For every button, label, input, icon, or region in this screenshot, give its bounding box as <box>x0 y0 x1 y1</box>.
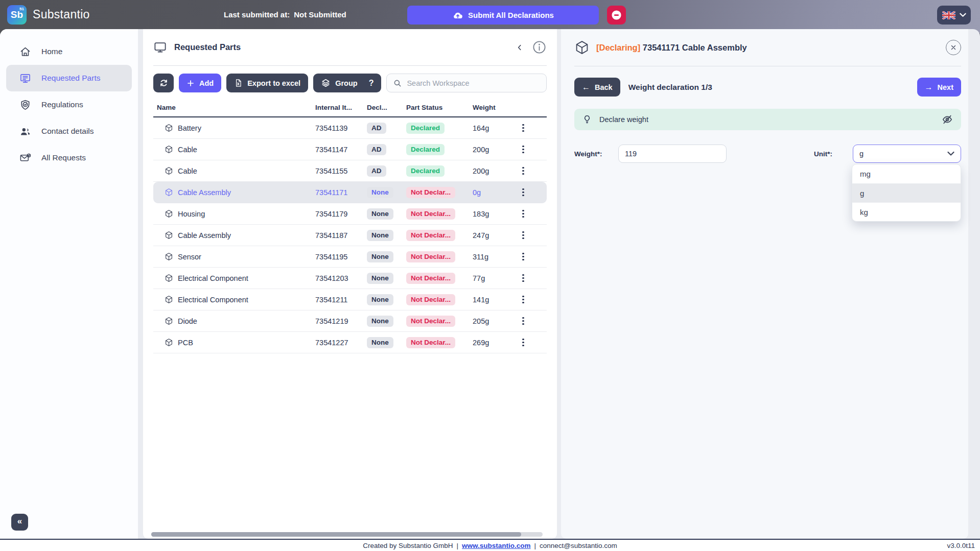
search-workspace-box[interactable] <box>386 74 547 92</box>
cube-icon <box>165 338 173 347</box>
cube-icon <box>165 166 173 175</box>
help-icon[interactable]: ? <box>369 79 374 88</box>
cube-icon <box>165 295 173 304</box>
brand-name: Substantio <box>33 8 90 21</box>
part-status-badge: Not Declar... <box>406 251 455 262</box>
hint-text: Declare weight <box>599 115 648 124</box>
cube-icon <box>165 124 173 132</box>
row-menu-button[interactable] <box>520 167 527 175</box>
part-internal-id: 73541187 <box>312 231 363 239</box>
part-status-badge: Not Declar... <box>406 337 455 348</box>
row-menu-button[interactable] <box>520 231 527 239</box>
sidebar-item-home[interactable]: Home <box>6 38 132 65</box>
group-button[interactable]: Group ? <box>313 74 381 92</box>
sidebar-collapse-button[interactable]: « <box>11 514 28 531</box>
last-submitted-label: Last submitted at: <box>224 10 290 19</box>
last-submitted: Last submitted at: Not Submitted <box>224 0 346 29</box>
part-name: Cable Assembly <box>178 231 231 239</box>
part-status-badge: Not Declar... <box>406 294 455 305</box>
row-menu-button[interactable] <box>520 317 527 325</box>
collapse-panel-button[interactable] <box>516 43 524 52</box>
shield-check-icon <box>19 99 31 111</box>
sidebar-item-label: All Requests <box>41 153 86 162</box>
decl-badge: None <box>367 208 393 220</box>
sidebar-item-regulations[interactable]: Regulations <box>6 91 132 118</box>
close-icon <box>950 44 957 51</box>
table-row[interactable]: Cable Assembly 73541187 None Not Declar.… <box>153 225 547 246</box>
back-button[interactable]: ← Back <box>574 78 620 97</box>
back-label: Back <box>595 83 613 91</box>
search-input[interactable] <box>407 79 540 87</box>
part-name: PCB <box>178 339 193 347</box>
eye-off-icon <box>941 113 953 126</box>
content-area: Home Requested Parts Regulations Contact… <box>0 29 980 539</box>
stop-button[interactable] <box>607 6 626 25</box>
declaration-panel: [Declaring] 73541171 Cable Assembly ← Ba… <box>561 29 968 539</box>
declare-weight-hint: Declare weight <box>574 109 961 130</box>
part-internal-id: 73541171 <box>312 188 363 197</box>
unit-option-mg[interactable]: mg <box>852 164 961 183</box>
decl-badge: None <box>367 273 393 284</box>
scrollbar-thumb[interactable] <box>151 532 521 537</box>
table-row[interactable]: Cable 73541155 AD Declared 200g <box>153 160 547 182</box>
part-internal-id: 73541155 <box>312 167 363 175</box>
part-weight: 205g <box>470 317 514 325</box>
row-menu-button[interactable] <box>520 274 527 282</box>
decl-badge: None <box>367 316 393 327</box>
part-status-badge: Declared <box>406 123 445 134</box>
hide-hint-button[interactable] <box>941 113 953 126</box>
row-menu-button[interactable] <box>520 210 527 218</box>
row-menu-button[interactable] <box>520 339 527 346</box>
submit-all-label: Submit All Declarations <box>468 11 554 19</box>
part-weight: 200g <box>470 167 514 175</box>
part-name: Cable Assembly <box>178 188 231 197</box>
table-row[interactable]: Cable Assembly 73541171 None Not Declar.… <box>153 182 547 203</box>
row-menu-button[interactable] <box>520 296 527 303</box>
row-menu-button[interactable] <box>520 124 527 132</box>
unit-option-g[interactable]: g <box>852 183 961 202</box>
last-submitted-value: Not Submitted <box>294 10 346 19</box>
table-row[interactable]: Diode 73541219 None Not Declar... 205g <box>153 310 547 332</box>
refresh-button[interactable] <box>153 74 174 92</box>
sidebar-item-contact-details[interactable]: Contact details <box>6 118 132 145</box>
column-header-decl[interactable]: Decl... <box>363 104 403 111</box>
next-button[interactable]: → Next <box>917 78 961 97</box>
unit-option-kg[interactable]: kg <box>852 202 961 221</box>
table-row[interactable]: Battery 73541139 AD Declared 164g <box>153 117 547 139</box>
language-selector[interactable] <box>937 6 971 25</box>
decl-badge: None <box>367 337 393 348</box>
row-menu-button[interactable] <box>520 146 527 153</box>
part-status-badge: Declared <box>406 165 445 177</box>
step-title: Weight declaration 1/3 <box>628 83 712 92</box>
sidebar-item-all-requests[interactable]: All Requests <box>6 145 132 171</box>
table-row[interactable]: PCB 73541227 None Not Declar... 269g <box>153 332 547 353</box>
weight-input[interactable] <box>618 145 727 163</box>
weight-label: Weight*: <box>574 150 618 158</box>
row-menu-button[interactable] <box>520 253 527 260</box>
unit-select[interactable]: g <box>853 145 961 163</box>
column-header-name[interactable]: Name <box>153 104 312 111</box>
close-panel-button[interactable] <box>946 40 961 55</box>
part-weight: 141g <box>470 296 514 304</box>
panel-title: Requested Parts <box>174 42 241 52</box>
declaration-title: [Declaring] 73541171 Cable Assembly <box>596 43 747 53</box>
horizontal-scrollbar[interactable] <box>151 532 543 537</box>
column-header-internal[interactable]: Internal It... <box>312 104 363 111</box>
arrow-right-icon: → <box>925 83 933 91</box>
parts-table: Name Internal It... Decl... Part Status … <box>153 99 547 353</box>
table-row[interactable]: Housing 73541179 None Not Declar... 183g <box>153 203 547 225</box>
column-header-status[interactable]: Part Status <box>403 104 470 111</box>
table-row[interactable]: Sensor 73541195 None Not Declar... 311g <box>153 246 547 268</box>
declaring-tag: [Declaring] <box>596 43 640 52</box>
sidebar-item-requested-parts[interactable]: Requested Parts <box>6 65 132 91</box>
info-button[interactable] <box>532 40 547 55</box>
table-row[interactable]: Electrical Component 73541203 None Not D… <box>153 268 547 289</box>
add-button[interactable]: Add <box>179 74 221 92</box>
row-menu-button[interactable] <box>520 188 527 196</box>
column-header-weight[interactable]: Weight <box>470 104 514 111</box>
footer-link[interactable]: www.substantio.com <box>462 542 531 549</box>
export-to-excel-button[interactable]: Export to excel <box>226 74 308 92</box>
submit-all-declarations-button[interactable]: Submit All Declarations <box>407 6 599 25</box>
table-row[interactable]: Electrical Component 73541211 None Not D… <box>153 289 547 310</box>
table-row[interactable]: Cable 73541147 AD Declared 200g <box>153 139 547 160</box>
